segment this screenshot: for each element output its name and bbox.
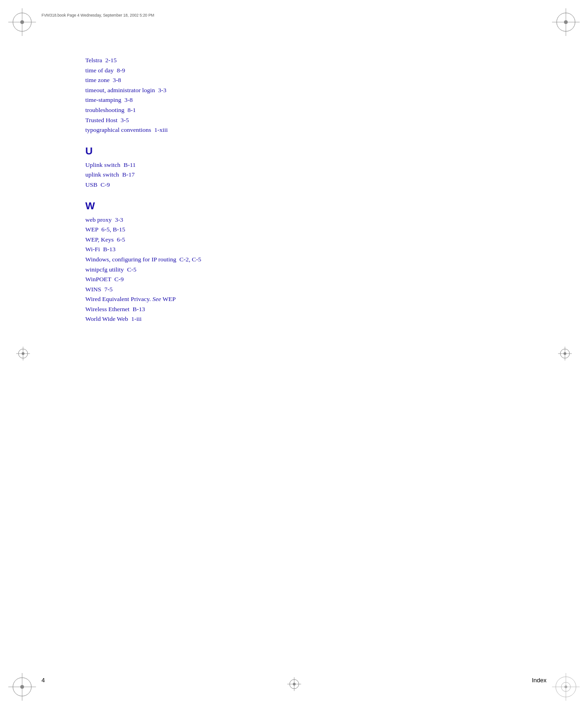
list-item: Telstra 2-15 bbox=[85, 55, 503, 65]
entry-term: World Wide Web bbox=[85, 315, 131, 322]
entry-page: 3-3 bbox=[158, 87, 166, 94]
entry-see-label: See bbox=[153, 295, 161, 302]
list-item: WEP 6-5, B-15 bbox=[85, 225, 503, 235]
list-item: Wired Equivalent Privacy. See WEP bbox=[85, 294, 503, 304]
list-item: troubleshooting 8-1 bbox=[85, 105, 503, 115]
entry-page: 3-8 bbox=[125, 96, 133, 103]
list-item: WEP, Keys 6-5 bbox=[85, 235, 503, 245]
header-text: FVM318.book Page 4 Wednesday, September … bbox=[42, 13, 154, 18]
entry-page: 8-1 bbox=[128, 106, 136, 113]
entry-page: B-17 bbox=[122, 171, 135, 178]
entry-page: B-11 bbox=[124, 161, 136, 168]
corner-mark-tr bbox=[552, 8, 580, 36]
entry-page: C-9 bbox=[101, 181, 110, 188]
entry-term: Wired Equivalent Privacy. bbox=[85, 295, 153, 302]
entry-term: Windows, configuring for IP routing bbox=[85, 256, 179, 263]
list-item: web proxy 3-3 bbox=[85, 215, 503, 225]
entry-term: USB bbox=[85, 181, 101, 188]
list-item: typographical conventions 1-xiii bbox=[85, 125, 503, 135]
list-item: WINS 7-5 bbox=[85, 284, 503, 295]
entry-page: C-9 bbox=[114, 276, 124, 283]
entry-page: 3-5 bbox=[120, 117, 129, 124]
list-item: Uplink switch B-11 bbox=[85, 160, 503, 170]
entry-page: 3-8 bbox=[113, 77, 121, 83]
entry-page: C-5 bbox=[127, 266, 136, 273]
list-item: time zone 3-8 bbox=[85, 75, 503, 85]
entry-page: 7-5 bbox=[104, 286, 113, 293]
corner-mark-bl bbox=[8, 673, 36, 701]
list-item: World Wide Web 1-iii bbox=[85, 314, 503, 324]
list-item: Wireless Ethernet B-13 bbox=[85, 304, 503, 314]
entry-page: 2-15 bbox=[105, 57, 117, 64]
list-item: winipcfg utility C-5 bbox=[85, 265, 503, 275]
list-item: USB C-9 bbox=[85, 180, 503, 190]
list-item: timeout, administrator login 3-3 bbox=[85, 85, 503, 95]
entry-term: web proxy bbox=[85, 216, 115, 223]
entry-term: Wi-Fi bbox=[85, 246, 103, 253]
entry-term: time-stamping bbox=[85, 96, 125, 103]
u-section: U Uplink switch B-11 uplink switch B-17 … bbox=[85, 145, 503, 190]
main-content: Telstra 2-15 time of day 8-9 time zone 3… bbox=[85, 55, 503, 324]
list-item: uplink switch B-17 bbox=[85, 170, 503, 180]
page-header: FVM318.book Page 4 Wednesday, September … bbox=[42, 13, 546, 18]
list-item: time of day 8-9 bbox=[85, 65, 503, 76]
t-section-entries: Telstra 2-15 time of day 8-9 time zone 3… bbox=[85, 55, 503, 135]
footer-section-label: Index bbox=[532, 677, 546, 684]
section-header-u: U bbox=[85, 145, 503, 157]
list-item: Wi-Fi B-13 bbox=[85, 244, 503, 254]
list-item: WinPOET C-9 bbox=[85, 274, 503, 284]
entry-term: Trusted Host bbox=[85, 117, 120, 124]
list-item: Trusted Host 3-5 bbox=[85, 115, 503, 125]
entry-term: time of day bbox=[85, 67, 117, 74]
page-footer: 4 Index bbox=[42, 677, 546, 684]
corner-mark-br bbox=[552, 673, 580, 701]
entry-term: time zone bbox=[85, 77, 113, 83]
corner-mark-tl bbox=[8, 8, 36, 36]
entry-term: WEP bbox=[85, 226, 101, 233]
entry-page: 1-xiii bbox=[154, 126, 168, 133]
w-section: W web proxy 3-3 WEP 6-5, B-15 WEP, Keys … bbox=[85, 200, 503, 325]
entry-page: 8-9 bbox=[117, 67, 125, 74]
entry-page: 3-3 bbox=[115, 216, 123, 223]
entry-term: troubleshooting bbox=[85, 106, 128, 113]
side-mark-right-mid bbox=[558, 347, 572, 362]
entry-term: WEP, Keys bbox=[85, 236, 117, 243]
entry-term: Telstra bbox=[85, 57, 105, 64]
entry-page: 6-5 bbox=[117, 236, 125, 243]
entry-page: B-13 bbox=[133, 306, 145, 313]
entry-term: WINS bbox=[85, 286, 104, 293]
entry-page: B-13 bbox=[103, 246, 115, 253]
entry-term: Wireless Ethernet bbox=[85, 306, 133, 313]
page: FVM318.book Page 4 Wednesday, September … bbox=[0, 0, 588, 709]
section-header-w: W bbox=[85, 200, 503, 212]
entry-term: winipcfg utility bbox=[85, 266, 127, 273]
entry-term: timeout, administrator login bbox=[85, 87, 158, 94]
side-mark-left-mid bbox=[16, 347, 30, 362]
list-item: Windows, configuring for IP routing C-2,… bbox=[85, 254, 503, 265]
entry-page: C-2, C-5 bbox=[179, 256, 201, 263]
entry-term: uplink switch bbox=[85, 171, 122, 178]
entry-term: WinPOET bbox=[85, 276, 114, 283]
entry-term: typographical conventions bbox=[85, 126, 154, 133]
entry-page: 1-iii bbox=[131, 315, 142, 322]
entry-term: Uplink switch bbox=[85, 161, 124, 168]
entry-page: 6-5, B-15 bbox=[101, 226, 125, 233]
footer-page-number: 4 bbox=[42, 677, 45, 684]
entry-see-ref: WEP bbox=[161, 295, 176, 302]
list-item: time-stamping 3-8 bbox=[85, 95, 503, 105]
